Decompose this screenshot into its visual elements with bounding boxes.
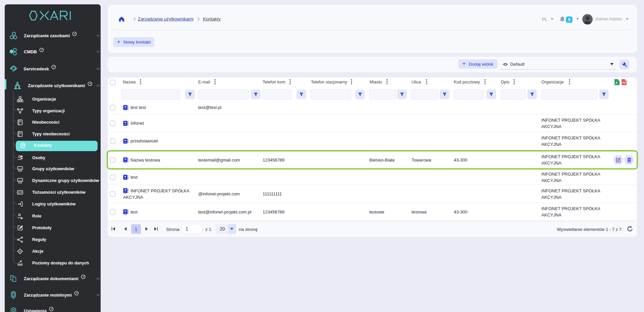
svg-text:X: X	[615, 81, 618, 84]
svg-text:PDF: PDF	[622, 82, 626, 84]
